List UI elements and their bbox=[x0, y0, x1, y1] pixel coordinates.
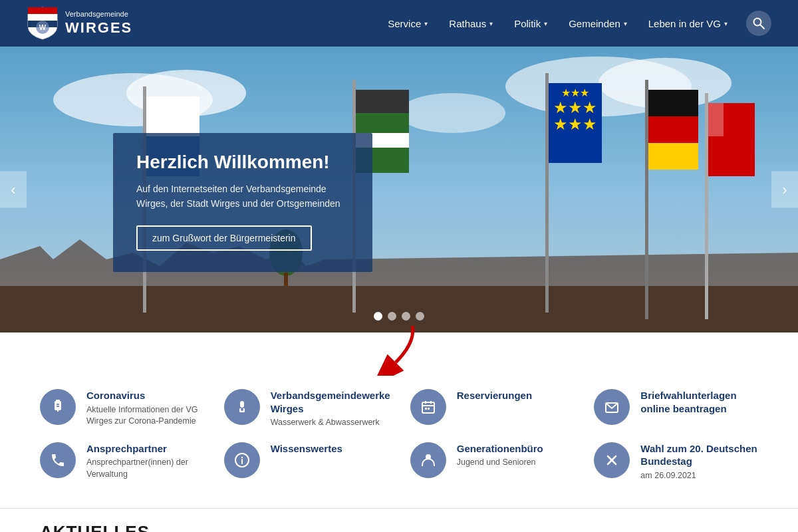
nav-service[interactable]: Service ▾ bbox=[378, 13, 437, 35]
logo-area[interactable]: W Verbandsgemeinde WIRGES bbox=[27, 6, 132, 41]
nav-gemeinden[interactable]: Gemeinden ▾ bbox=[559, 13, 636, 35]
quicklink-coronavirus[interactable]: Coronavirus Aktuelle Informationen der V… bbox=[40, 389, 204, 429]
svg-rect-41 bbox=[240, 401, 244, 408]
quicklink-briefwahl-icon bbox=[594, 389, 630, 425]
carousel-dot-1[interactable] bbox=[374, 312, 382, 321]
svg-text:W: W bbox=[39, 23, 47, 31]
logo-shield-icon: W bbox=[27, 6, 59, 41]
svg-rect-31 bbox=[648, 143, 698, 170]
aktuelles-section: AKTUELLES bbox=[0, 508, 798, 532]
quicklink-briefwahl[interactable]: Briefwahlunterlagen online beantragen bbox=[594, 389, 758, 429]
svg-text:★★★: ★★★ bbox=[553, 98, 597, 116]
hero-section: ★★★ ★★★ ★★★ Herzlich Willkommen! Auf den… bbox=[0, 47, 798, 332]
svg-rect-14 bbox=[284, 273, 288, 286]
quicklink-ansprechpartner-title: Ansprechpartner bbox=[86, 442, 204, 456]
quicklink-werke-desc: Wasserwerk & Abwasserwerk bbox=[271, 417, 390, 429]
svg-rect-30 bbox=[648, 116, 698, 143]
quicklink-coronavirus-title: Coronavirus bbox=[86, 389, 204, 402]
quicklink-bundestag-icon bbox=[594, 442, 630, 478]
svg-text:★★★: ★★★ bbox=[561, 87, 589, 98]
nav-rathaus[interactable]: Rathaus ▾ bbox=[440, 13, 502, 35]
welcome-overlay: Herzlich Willkommen! Auf den Internetsei… bbox=[113, 133, 372, 272]
svg-rect-20 bbox=[356, 113, 409, 133]
quicklink-coronavirus-desc: Aktuelle Informationen der VG Wirges zur… bbox=[86, 404, 204, 428]
quicklink-wissenswertes-icon bbox=[224, 442, 260, 478]
svg-rect-32 bbox=[705, 93, 708, 319]
chevron-down-icon: ▾ bbox=[724, 20, 728, 27]
quicklink-bundestag-title: Wahl zum 20. Deutschen Bundestag bbox=[640, 442, 758, 468]
carousel-dot-3[interactable] bbox=[402, 312, 410, 321]
quicklink-briefwahl-title: Briefwahlunterlagen online beantragen bbox=[640, 389, 758, 415]
svg-rect-1 bbox=[28, 14, 57, 21]
quicklink-werke-title: Verbandsgemeindewerke Wirges bbox=[271, 389, 390, 415]
svg-point-43 bbox=[241, 408, 243, 411]
quicklink-ansprechpartner-desc: Ansprechpartner(innen) der Verwaltung bbox=[86, 457, 204, 480]
svg-rect-19 bbox=[356, 90, 409, 113]
quicklink-generationenbuero-icon bbox=[410, 442, 446, 478]
svg-rect-34 bbox=[708, 103, 724, 136]
svg-rect-39 bbox=[57, 406, 59, 407]
red-arrow-icon bbox=[359, 323, 439, 376]
quicklink-ansprechpartner[interactable]: Ansprechpartner Ansprechpartner(innen) d… bbox=[40, 442, 204, 482]
quicklink-wissenswertes[interactable]: Wissenswertes bbox=[224, 442, 390, 482]
main-header: W Verbandsgemeinde WIRGES Service ▾ Rath… bbox=[0, 0, 798, 47]
svg-rect-16 bbox=[146, 96, 200, 136]
svg-point-12 bbox=[399, 93, 505, 133]
aktuelles-title: AKTUELLES bbox=[40, 522, 758, 532]
chevron-down-icon: ▾ bbox=[424, 20, 428, 27]
logo-text: Verbandsgemeinde WIRGES bbox=[65, 9, 132, 38]
svg-rect-28 bbox=[645, 80, 648, 319]
quicklink-werke[interactable]: Verbandsgemeindewerke Wirges Wasserwerk … bbox=[224, 389, 390, 429]
svg-line-6 bbox=[761, 25, 765, 29]
carousel-dots bbox=[374, 312, 424, 321]
svg-rect-37 bbox=[56, 400, 60, 402]
quicklink-generationenbuero[interactable]: Generationenbüro Jugend und Senioren bbox=[410, 442, 575, 482]
quicklink-bundestag[interactable]: Wahl zum 20. Deutschen Bundestag am 26.0… bbox=[594, 442, 758, 482]
quicklink-generationenbuero-title: Generationenbüro bbox=[457, 442, 543, 456]
carousel-prev-button[interactable]: ‹ bbox=[0, 172, 27, 208]
svg-rect-29 bbox=[648, 90, 698, 116]
nav-politik[interactable]: Politik ▾ bbox=[505, 13, 557, 35]
svg-rect-0 bbox=[28, 7, 57, 14]
search-icon bbox=[753, 17, 765, 29]
red-arrow-section bbox=[0, 332, 798, 376]
quicklink-reservierungen[interactable]: Reservierungen bbox=[410, 389, 575, 429]
carousel-dot-4[interactable] bbox=[416, 312, 424, 321]
quicklink-ansprechpartner-icon bbox=[40, 442, 76, 478]
svg-rect-49 bbox=[428, 408, 430, 410]
carousel-dot-2[interactable] bbox=[388, 312, 396, 321]
quicklink-werke-icon bbox=[224, 389, 260, 425]
main-nav: Service ▾ Rathaus ▾ Politik ▾ Gemeinden … bbox=[378, 11, 771, 36]
chevron-down-icon: ▾ bbox=[544, 20, 547, 27]
nav-leben[interactable]: Leben in der VG ▾ bbox=[639, 13, 737, 35]
svg-rect-38 bbox=[57, 404, 59, 405]
svg-text:★★★: ★★★ bbox=[553, 115, 597, 133]
welcome-button[interactable]: zum Grußwort der Bürgermeisterin bbox=[136, 225, 312, 251]
quicklink-bundestag-desc: am 26.09.2021 bbox=[640, 470, 758, 482]
svg-rect-48 bbox=[425, 408, 427, 410]
quicklinks-section: Coronavirus Aktuelle Informationen der V… bbox=[0, 376, 798, 508]
quicklink-reservierungen-title: Reservierungen bbox=[457, 389, 532, 402]
quicklink-reservierungen-icon bbox=[410, 389, 446, 425]
welcome-text: Auf den Internetseiten der Verbandsgemei… bbox=[136, 182, 349, 211]
svg-rect-23 bbox=[545, 73, 549, 313]
search-button[interactable] bbox=[746, 11, 771, 36]
quicklink-generationenbuero-desc: Jugend und Senioren bbox=[457, 457, 543, 469]
welcome-title: Herzlich Willkommen! bbox=[136, 152, 349, 173]
carousel-next-button[interactable]: › bbox=[771, 172, 798, 208]
chevron-down-icon: ▾ bbox=[489, 20, 493, 27]
quicklink-wissenswertes-title: Wissenswertes bbox=[271, 442, 342, 456]
chevron-down-icon: ▾ bbox=[624, 20, 627, 27]
quicklink-coronavirus-icon bbox=[40, 389, 76, 425]
